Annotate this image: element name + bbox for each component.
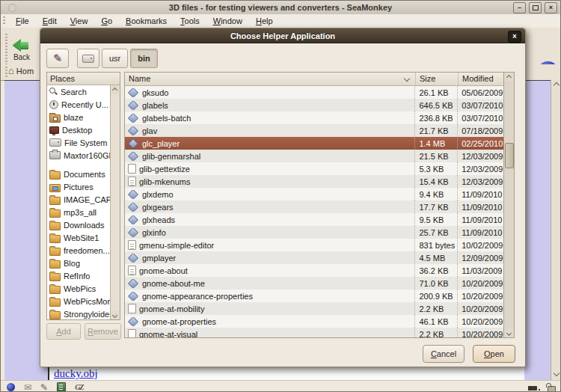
dialog-close-button[interactable]: × xyxy=(508,31,521,43)
scroll-down-button[interactable] xyxy=(504,328,513,337)
type-filename-button[interactable]: ✎ xyxy=(46,49,69,68)
place-item-desktop[interactable]: Desktop xyxy=(47,123,111,136)
chevron-up-icon xyxy=(112,87,117,92)
open-button[interactable]: Open xyxy=(473,345,515,363)
file-size: 2.2 KB xyxy=(414,302,457,315)
place-item-webpicsmon[interactable]: WebPicsMon xyxy=(47,295,111,307)
place-item-pictures[interactable]: Pictures xyxy=(47,180,111,193)
scroll-down-button[interactable] xyxy=(111,310,119,319)
file-row-glav[interactable]: glav21.7 KB07/18/2009 xyxy=(125,124,504,137)
place-item-recently-u[interactable]: Recently U... xyxy=(47,98,111,111)
toolbar-grippy[interactable] xyxy=(3,16,5,26)
scroll-up-button[interactable] xyxy=(504,73,513,82)
path-filesystem-button[interactable] xyxy=(77,49,99,68)
place-item-maxtor160gb[interactable]: Maxtor160GB xyxy=(47,149,111,162)
close-button[interactable]: × xyxy=(545,2,557,13)
menu-go[interactable]: Go xyxy=(94,15,119,27)
window-menu-icon[interactable] xyxy=(8,4,16,12)
minimize-button[interactable]: – xyxy=(513,2,526,13)
path-bin-button[interactable]: bin xyxy=(130,49,158,68)
home-bookmark[interactable]: ⌂ Hom xyxy=(8,66,34,76)
scrollbar-thumb[interactable] xyxy=(505,143,514,168)
place-item-file-system[interactable]: File System xyxy=(47,136,111,149)
file-row-glib-gettextize[interactable]: glib-gettextize5.3 KB12/03/2009 xyxy=(125,162,504,175)
file-list-scrollbar[interactable] xyxy=(503,73,514,337)
file-row-gnome-at-visual[interactable]: gnome-at-visual2.2 KB10/20/2009 xyxy=(125,328,504,337)
menu-bookmarks[interactable]: Bookmarks xyxy=(119,15,174,27)
place-item-strongyloides[interactable]: Strongyloides xyxy=(47,307,111,319)
file-row-glxheads[interactable]: glxheads9.5 KB11/09/2010 xyxy=(125,213,504,226)
mail-envelope-icon[interactable]: ✉ xyxy=(24,383,31,392)
browser-scrollbar[interactable] xyxy=(551,80,561,380)
place-item-webpics[interactable]: WebPics xyxy=(47,282,111,295)
place-item-documents[interactable]: Documents xyxy=(47,168,111,180)
scroll-down-icon[interactable] xyxy=(554,370,560,376)
file-row-gnome-at-mobility[interactable]: gnome-at-mobility2.2 KB10/20/2009 xyxy=(125,302,504,315)
file-modified: 02/25/2010 xyxy=(457,137,504,150)
file-row-glib-genmarshal[interactable]: glib-genmarshal21.5 KB12/03/2009 xyxy=(125,150,504,162)
place-item-search[interactable]: Search xyxy=(47,85,111,98)
file-row-glxgears[interactable]: glxgears17.7 KB11/09/2010 xyxy=(125,200,504,213)
file-name-cell: gmplayer xyxy=(125,254,414,263)
menu-tools[interactable]: Tools xyxy=(174,15,206,27)
file-row-glabels-batch[interactable]: glabels-batch236.8 KB03/07/2010 xyxy=(125,111,504,124)
file-size: 17.7 KB xyxy=(414,200,457,213)
place-item-image-cap[interactable]: IMAGE_CAP... xyxy=(47,193,111,206)
address-book-icon[interactable] xyxy=(57,382,66,392)
file-row-gnome-about[interactable]: gnome-about36.2 KB11/03/2009 xyxy=(125,264,504,277)
file-size: 26.1 KB xyxy=(414,86,457,99)
column-header-modified[interactable]: Modified xyxy=(459,73,506,85)
toolbar-grippy[interactable] xyxy=(5,67,7,77)
menu-file[interactable]: File xyxy=(9,15,36,27)
navigator-globe-icon[interactable] xyxy=(7,383,15,391)
menu-window[interactable]: Window xyxy=(206,15,249,27)
composer-pen-icon[interactable]: ✎ xyxy=(40,383,48,392)
places-header[interactable]: Places xyxy=(47,73,120,85)
file-row-glxinfo[interactable]: glxinfo25.7 KB11/09/2010 xyxy=(125,226,504,239)
cancel-button[interactable]: Cancel xyxy=(423,345,465,363)
add-button[interactable]: Add xyxy=(46,323,81,340)
place-item-blog[interactable]: Blog xyxy=(47,257,111,269)
place-item-website1[interactable]: WebSite1 xyxy=(47,231,111,244)
place-item-mp3s-all[interactable]: mp3s_all xyxy=(47,206,111,218)
path-usr-button[interactable]: usr xyxy=(102,49,128,68)
file-row-glabels[interactable]: glabels646.5 KB03/07/2010 xyxy=(125,99,504,111)
scroll-up-button[interactable] xyxy=(111,85,119,94)
file-row-gksudo[interactable]: gksudo26.1 KB05/06/2009 xyxy=(125,86,504,99)
back-button[interactable]: Back xyxy=(7,34,37,67)
file-row-gnome-at-properties[interactable]: gnome-at-properties46.1 KB10/20/2009 xyxy=(125,315,504,328)
file-row-glxdemo[interactable]: glxdemo9.4 KB11/09/2010 xyxy=(125,188,504,200)
file-row-gnome-about-me[interactable]: gnome-about-me71.0 KB10/20/2009 xyxy=(125,277,504,290)
executable-icon xyxy=(128,190,138,199)
executable-icon xyxy=(128,126,138,135)
place-item-downloads[interactable]: Downloads xyxy=(47,218,111,231)
file-row-gnome-appearance-properties[interactable]: gnome-appearance-properties200.9 KB10/20… xyxy=(125,290,504,302)
dialog-titlebar[interactable]: Choose Helper Application × xyxy=(40,28,525,43)
menu-view[interactable]: View xyxy=(64,15,95,27)
document-icon xyxy=(128,240,136,250)
file-row-glc-player[interactable]: glc_player1.4 MB02/25/2010 xyxy=(125,137,504,150)
page-file-link[interactable]: ducky.obj xyxy=(54,367,98,380)
maximize-button[interactable] xyxy=(529,2,542,13)
remove-button[interactable]: Remove xyxy=(85,323,121,340)
place-item-freedomen[interactable]: freedomen... xyxy=(47,244,111,257)
column-header-name[interactable]: Name xyxy=(125,73,416,85)
places-scrollbar[interactable] xyxy=(110,85,120,319)
component-bar-gz-icon[interactable]: GZ xyxy=(75,383,83,391)
column-header-size[interactable]: Size xyxy=(416,73,459,85)
menu-help[interactable]: Help xyxy=(249,15,280,27)
security-lock-icon[interactable] xyxy=(548,386,556,392)
file-modified: 03/07/2010 xyxy=(457,99,504,111)
online-plug-icon[interactable] xyxy=(528,385,540,391)
window-titlebar[interactable]: 3D files - for testing viewers and conve… xyxy=(1,1,560,15)
place-item-refinfo[interactable]: RefInfo xyxy=(47,269,111,282)
scroll-up-icon[interactable] xyxy=(554,82,560,88)
file-row-glib-mkenums[interactable]: glib-mkenums15.4 KB12/03/2009 xyxy=(125,175,504,188)
place-item-blaze[interactable]: blaze xyxy=(47,111,111,123)
place-label: blaze xyxy=(64,113,83,122)
file-row-gmenu-simple-editor[interactable]: gmenu-simple-editor831 bytes10/02/2009 xyxy=(125,239,504,251)
file-row-gmplayer[interactable]: gmplayer4.5 MB12/09/2009 xyxy=(125,251,504,264)
document-icon xyxy=(128,164,136,174)
file-size: 9.4 KB xyxy=(414,188,457,200)
menu-edit[interactable]: Edit xyxy=(36,15,64,27)
